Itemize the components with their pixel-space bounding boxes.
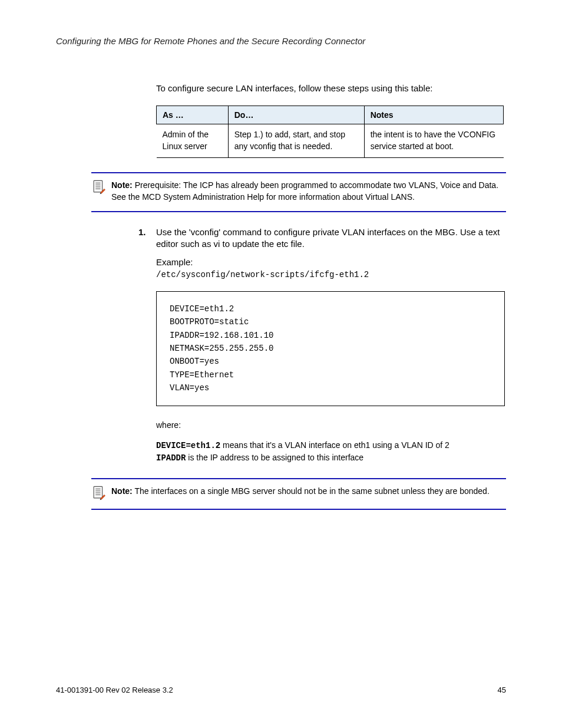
page-footer: 41-001391-00 Rev 02 Release 3.2 45 xyxy=(56,685,506,696)
table-header-cell: Notes xyxy=(364,106,503,124)
config-table: As … Do… Notes Admin of the Linux server… xyxy=(156,106,504,158)
example-path: /etc/sysconfig/network-scripts/ifcfg-eth… xyxy=(156,270,369,279)
note-icon xyxy=(91,179,107,195)
step-text: Use the 'vconfig' command to configure p… xyxy=(156,226,506,251)
note-text: Note: The interfaces on a single MBG ser… xyxy=(111,485,506,497)
note-body: The interfaces on a single MBG server sh… xyxy=(133,486,490,496)
table-cell: Step 1.) to add, start, and stop any vco… xyxy=(228,124,364,157)
footer-page-number: 45 xyxy=(498,685,506,696)
where-item: DEVICE=eth1.2 means that it's a VLAN int… xyxy=(156,439,506,465)
svg-rect-7 xyxy=(94,487,103,499)
note-body: Prerequisite: The ICP has already been p… xyxy=(111,180,498,202)
where-term: DEVICE=eth1.2 xyxy=(156,441,220,450)
example-label-line: Example: /etc/sysconfig/network-scripts/… xyxy=(156,256,506,281)
page-header: Configuring the MBG for Remote Phones an… xyxy=(56,35,506,47)
note-icon xyxy=(91,485,107,500)
where-desc: is the IP address to be assigned to this… xyxy=(186,453,363,462)
where-intro: where: xyxy=(156,419,506,431)
note-text: Note: Prerequisite: The ICP has already … xyxy=(111,179,506,203)
table-row: Admin of the Linux server Step 1.) to ad… xyxy=(157,124,504,157)
table-header-cell: As … xyxy=(157,106,229,124)
code-snippet: DEVICE=eth1.2 BOOTPROTO=static IPADDR=19… xyxy=(156,291,505,406)
note-label: Note: xyxy=(111,486,133,496)
note-box-subnet: Note: The interfaces on a single MBG ser… xyxy=(91,478,506,510)
table-header-cell: Do… xyxy=(228,106,364,124)
where-term: IPADDR xyxy=(156,453,186,463)
note-box-prereq: Note: Prerequisite: The ICP has already … xyxy=(91,172,506,213)
note-label: Note: xyxy=(111,180,133,190)
svg-rect-0 xyxy=(94,180,103,192)
intro-paragraph: To configure secure LAN interfaces, foll… xyxy=(156,83,506,94)
example-label: Example: xyxy=(156,257,193,267)
step-1: 1. Use the 'vconfig' command to configur… xyxy=(138,226,506,251)
footer-left: 41-001391-00 Rev 02 Release 3.2 xyxy=(56,685,173,696)
step-number: 1. xyxy=(138,226,156,251)
where-desc: means that it's a VLAN interface on eth1… xyxy=(220,440,449,450)
table-cell: Admin of the Linux server xyxy=(157,124,229,157)
table-cell: the intent is to have the VCONFIG servic… xyxy=(364,124,503,157)
